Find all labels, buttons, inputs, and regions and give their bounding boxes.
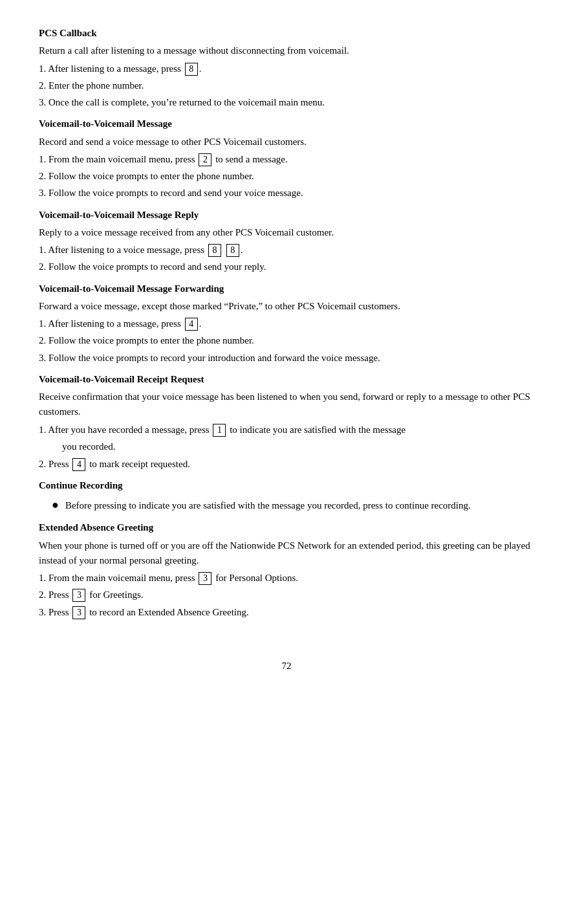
- v2v-receipt-step1: 1. After you have recorded a message, pr…: [39, 423, 534, 437]
- extended-absence-step1: 1. From the main voicemail menu, press 3…: [39, 571, 534, 586]
- step-number: 3. Follow the voice prompts to record yo…: [39, 351, 380, 366]
- step-text: .: [199, 61, 202, 76]
- step-number: 1. After listening to a message, press: [39, 316, 184, 331]
- step-number: 3. Follow the voice prompts to record an…: [39, 186, 303, 201]
- step-number: 1. From the main voicemail menu, press: [39, 152, 197, 167]
- extended-absence-intro: When your phone is turned off or you are…: [39, 538, 534, 569]
- step-number: 1. After you have recorded a message, pr…: [39, 423, 211, 437]
- section-title-v2v-reply: Voicemail-to-Voicemail Message Reply: [39, 208, 534, 223]
- v2v-message-intro: Record and send a voice message to other…: [39, 135, 534, 149]
- key-4: 4: [185, 318, 198, 331]
- v2v-reply-step2: 2. Follow the voice prompts to record an…: [39, 259, 534, 274]
- extended-absence-step3: 3. Press 3 to record an Extended Absence…: [39, 605, 534, 620]
- step-text: to record an Extended Absence Greeting.: [87, 605, 248, 620]
- pcs-callback-intro: Return a call after listening to a messa…: [39, 43, 534, 58]
- step-number: 2. Enter the phone number.: [39, 78, 144, 93]
- step-text: to mark receipt requested.: [87, 457, 190, 472]
- section-title-v2v-receipt: Voicemail-to-Voicemail Receipt Request: [39, 372, 534, 387]
- section-v2v-forwarding: Voicemail-to-Voicemail Message Forwardin…: [39, 281, 534, 366]
- section-continue-recording: Continue Recording ● Before pressing to …: [39, 478, 534, 514]
- pcs-callback-step3: 3. Once the call is complete, you’re ret…: [39, 95, 534, 110]
- v2v-reply-intro: Reply to a voice message received from a…: [39, 225, 534, 240]
- key-2: 2: [199, 153, 211, 166]
- v2v-forwarding-step1: 1. After listening to a message, press 4…: [39, 316, 534, 331]
- continue-recording-bullet: ● Before pressing to indicate you are sa…: [52, 496, 534, 514]
- section-title-pcs-callback: PCS Callback: [39, 26, 534, 41]
- section-extended-absence: Extended Absence Greeting When your phon…: [39, 520, 534, 620]
- key-1: 1: [213, 424, 226, 437]
- step-text: .: [199, 316, 202, 331]
- step-text: .: [241, 243, 243, 258]
- v2v-message-step2: 2. Follow the voice prompts to enter the…: [39, 169, 534, 184]
- section-v2v-message: Voicemail-to-Voicemail Message Record an…: [39, 116, 534, 201]
- step-text: for Personal Options.: [213, 571, 298, 586]
- pcs-callback-step1: 1. After listening to a message, press 8…: [39, 61, 534, 76]
- bullet-text: Before pressing to indicate you are sati…: [65, 498, 471, 513]
- step-number: 1. After listening to a message, press: [39, 61, 184, 76]
- section-title-continue-recording: Continue Recording: [39, 478, 534, 493]
- key-4-receipt: 4: [72, 458, 85, 471]
- v2v-receipt-step1-cont: you recorded.: [62, 439, 534, 454]
- pcs-callback-step2: 2. Enter the phone number.: [39, 78, 534, 93]
- step-number: 3. Once the call is complete, you’re ret…: [39, 95, 325, 110]
- extended-absence-step2: 2. Press 3 for Greetings.: [39, 588, 534, 602]
- page-number: 72: [39, 659, 534, 674]
- step-number: 2. Follow the voice prompts to enter the…: [39, 333, 254, 348]
- step-number: 1. From the main voicemail menu, press: [39, 571, 197, 586]
- section-pcs-callback: PCS Callback Return a call after listeni…: [39, 26, 534, 110]
- step-number: 2. Press: [39, 457, 71, 472]
- v2v-forwarding-step2: 2. Follow the voice prompts to enter the…: [39, 333, 534, 348]
- key-3-greetings: 3: [72, 589, 85, 602]
- section-v2v-reply: Voicemail-to-Voicemail Message Reply Rep…: [39, 208, 534, 275]
- step-space: [222, 243, 225, 258]
- v2v-forwarding-step3: 3. Follow the voice prompts to record yo…: [39, 351, 534, 366]
- step-number: 2. Follow the voice prompts to record an…: [39, 259, 266, 274]
- step-text: to indicate you are satisfied with the m…: [227, 423, 405, 437]
- v2v-receipt-step2: 2. Press 4 to mark receipt requested.: [39, 457, 534, 472]
- v2v-reply-step1: 1. After listening to a voice message, p…: [39, 243, 534, 258]
- key-8-second: 8: [226, 244, 239, 257]
- step-number: 1. After listening to a voice message, p…: [39, 243, 207, 258]
- bullet-icon: ●: [52, 496, 59, 514]
- key-8-first: 8: [208, 244, 221, 257]
- v2v-receipt-intro: Receive confirmation that your voice mes…: [39, 390, 534, 420]
- section-title-v2v-forwarding: Voicemail-to-Voicemail Message Forwardin…: [39, 281, 534, 296]
- step-number: 2. Press: [39, 588, 71, 602]
- v2v-message-step1: 1. From the main voicemail menu, press 2…: [39, 152, 534, 167]
- section-title-extended-absence: Extended Absence Greeting: [39, 520, 534, 535]
- key-8: 8: [185, 63, 198, 76]
- step-number: 3. Press: [39, 605, 71, 620]
- section-title-v2v-message: Voicemail-to-Voicemail Message: [39, 116, 534, 131]
- v2v-forwarding-intro: Forward a voice message, except those ma…: [39, 299, 534, 314]
- key-3-personal: 3: [199, 572, 211, 585]
- section-v2v-receipt: Voicemail-to-Voicemail Receipt Request R…: [39, 372, 534, 472]
- step-number: 2. Follow the voice prompts to enter the…: [39, 169, 254, 184]
- step-text: for Greetings.: [87, 588, 143, 602]
- v2v-message-step3: 3. Follow the voice prompts to record an…: [39, 186, 534, 201]
- step-text: to send a message.: [213, 152, 287, 167]
- key-3-record: 3: [72, 606, 85, 619]
